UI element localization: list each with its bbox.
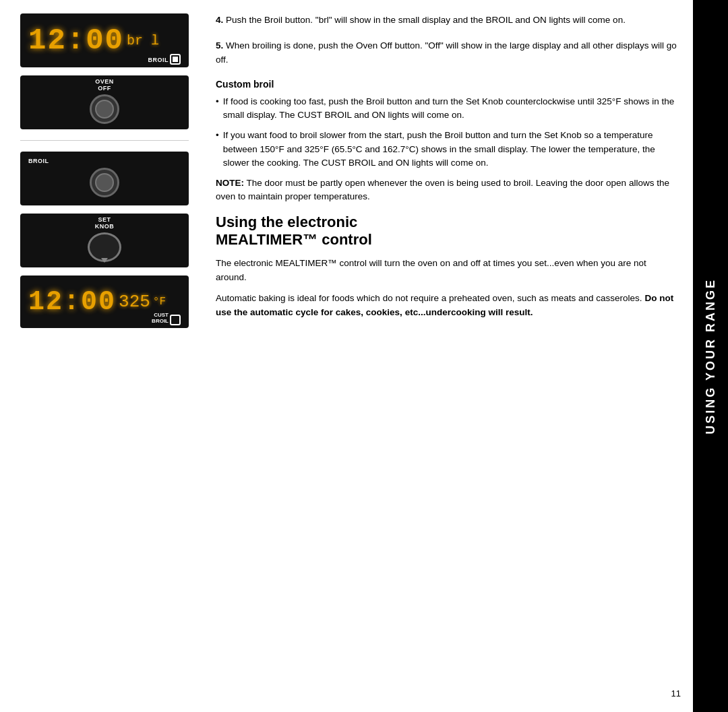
- page-number: 11: [671, 688, 681, 699]
- mealtimer-heading: Using the electronic MEALTIMER™ control: [216, 214, 679, 249]
- main-content: 12:00 br l BROIL OVEN OFF BROIL: [0, 0, 693, 712]
- oven-off-label-line2: OFF: [95, 85, 114, 92]
- broil-label: BROIL: [148, 57, 169, 63]
- bullet-dot-2: •: [216, 129, 219, 170]
- oven-off-label-line1: OVEN: [95, 78, 114, 85]
- custom-broil-bullet-2-text: If you want food to broil slower from th…: [223, 129, 679, 170]
- sidebar: USING YOUR RANGE: [693, 0, 728, 712]
- broil-label-bottom: BROIL: [152, 318, 169, 324]
- clock-digits: 12:00: [28, 24, 124, 57]
- set-knob-label-line2: KNOB: [95, 223, 115, 230]
- custom-broil-bullet-2: • If you want food to broil slower from …: [216, 129, 679, 170]
- cust-broil-display-panel: 12:00 325 °F CUST BROIL: [20, 276, 189, 328]
- mealtimer-heading-line1: Using the electronic: [216, 214, 679, 231]
- brl-text: br l: [127, 33, 159, 48]
- broil-indicator-icon: [170, 54, 181, 65]
- cust-indicator-icon: [170, 315, 181, 325]
- oven-off-button-inner: [95, 100, 114, 119]
- step-4-number: 4.: [216, 15, 223, 25]
- custom-broil-bullet-1: • If food is cooking too fast, push the …: [216, 95, 679, 123]
- clock-display: 12:00 br l: [28, 24, 181, 57]
- set-knob-label-line1: SET: [95, 216, 115, 223]
- knob-arrow-icon: [101, 258, 108, 263]
- broil-panel: BROIL: [20, 152, 189, 205]
- left-column: 12:00 br l BROIL OVEN OFF BROIL: [0, 0, 195, 712]
- step-5-text: When broiling is done, push the Oven Off…: [216, 40, 677, 64]
- broil-circle-button[interactable]: [90, 168, 119, 197]
- sidebar-label: USING YOUR RANGE: [704, 278, 718, 434]
- cust-clock-digits: 12:00: [28, 287, 116, 317]
- clock-panel-broil: 12:00 br l BROIL: [20, 13, 189, 67]
- broil-circle-inner: [95, 173, 114, 192]
- mealtimer-body-2-normal: Automatic baking is ideal for foods whic…: [216, 293, 642, 303]
- note-bold-prefix: NOTE:: [216, 178, 244, 188]
- step-4-text: Push the Broil button. "brl" will show i…: [226, 15, 626, 25]
- mealtimer-heading-line2: MEALTIMER™ control: [216, 231, 679, 249]
- custom-broil-bullet-1-text: If food is cooking too fast, push the Br…: [223, 95, 679, 123]
- note-section: NOTE: The door must be partly open whene…: [216, 176, 679, 204]
- section-divider: [20, 140, 189, 141]
- step-5-number: 5.: [216, 40, 223, 51]
- set-knob[interactable]: [88, 232, 121, 262]
- note-body-text: The door must be partly open whenever th…: [216, 178, 669, 201]
- oven-off-panel: OVEN OFF: [20, 75, 189, 129]
- broil-panel-label: BROIL: [28, 158, 49, 164]
- mealtimer-body-1: The electronic MEALTIMER™ control will t…: [216, 257, 679, 285]
- step-5: 5. When broiling is done, push the Oven …: [216, 39, 679, 67]
- cust-temp-text: 325: [119, 292, 150, 312]
- step-4: 4. Push the Broil button. "brl" will sho…: [216, 13, 679, 27]
- cust-label: CUST: [152, 312, 169, 318]
- oven-off-button[interactable]: [90, 94, 119, 124]
- bullet-dot-1: •: [216, 95, 219, 123]
- custom-broil-heading: Custom broil: [216, 79, 679, 90]
- right-column: 4. Push the Broil button. "brl" will sho…: [195, 0, 693, 712]
- mealtimer-body-2: Automatic baking is ideal for foods whic…: [216, 292, 679, 320]
- set-knob-panel: SET KNOB: [20, 214, 189, 267]
- broil-icon-fill: [173, 57, 178, 62]
- cust-degree-text: °F: [153, 296, 166, 308]
